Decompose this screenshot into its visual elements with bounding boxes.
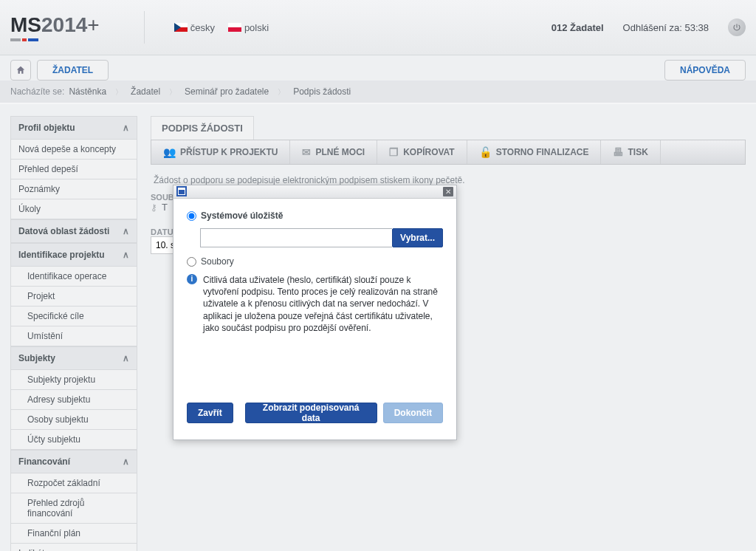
breadcrumb[interactable]: Seminář pro žadatele xyxy=(185,86,289,97)
help-button[interactable]: NÁPOVĚDA xyxy=(664,60,746,81)
signature-dialog: ✕ Systémové úložiště Vybrat... Soubory i… xyxy=(173,185,457,440)
sidebar-item[interactable]: Poznámky xyxy=(10,179,137,199)
breadcrumb[interactable]: Žadatel xyxy=(131,86,180,97)
radio-files-input[interactable] xyxy=(187,257,196,267)
tool-tisk[interactable]: 🖶TISK xyxy=(601,140,660,164)
dialog-finish-btn[interactable]: Dokončit xyxy=(383,403,443,423)
dialog-titlebar: ✕ xyxy=(173,185,456,199)
flag-pl-icon xyxy=(228,23,241,32)
sidebar-item[interactable]: Finanční plán xyxy=(10,524,137,544)
sidebar-item[interactable]: Adresy subjektu xyxy=(10,390,137,410)
chevron-up-icon: ∧ xyxy=(123,353,129,363)
chevron-up-icon: ∧ xyxy=(123,250,129,260)
sidebar-group-profil[interactable]: Profil objektu∧ xyxy=(10,116,137,140)
window-icon xyxy=(176,186,187,196)
sidebar-item[interactable]: Účty subjektu xyxy=(10,430,137,450)
tool-kopirovat[interactable]: ❐KOPÍROVAT xyxy=(377,140,467,164)
home-icon xyxy=(16,65,26,75)
lang-pl-label: polski xyxy=(244,22,269,33)
logout-timer: Odhlášení za: 53:38 xyxy=(623,22,709,33)
sidebar-item[interactable]: Přehled depeší xyxy=(10,160,137,179)
tool-storno[interactable]: 🔓STORNO FINALIZACE xyxy=(467,140,602,164)
certificate-path-input[interactable] xyxy=(200,228,392,247)
dialog-info-text: Citlivá data uživatele (heslo, certifiká… xyxy=(203,274,443,334)
sidebar-item[interactable]: Osoby subjektu xyxy=(10,410,137,430)
sidebar-item[interactable]: Přehled zdrojů financování xyxy=(10,493,137,524)
people-icon: 👥 xyxy=(163,146,176,158)
copy-icon: ❐ xyxy=(389,146,399,158)
sidebar-item[interactable]: Identifikace operace xyxy=(10,267,137,287)
sidebar-group-datova[interactable]: Datová oblast žádosti∧ xyxy=(10,219,137,243)
radio-files[interactable]: Soubory xyxy=(187,256,443,267)
radio-system-storage-input[interactable] xyxy=(187,211,196,221)
sidebar-item[interactable]: Rozpočet základní xyxy=(10,473,137,493)
home-button[interactable] xyxy=(10,60,31,81)
power-icon xyxy=(732,23,741,32)
sidebar-item[interactable]: Nová depeše a koncepty xyxy=(10,140,137,160)
lang-cz-label: česky xyxy=(190,22,215,33)
dialog-close-btn[interactable]: Zavřít xyxy=(187,403,233,423)
choose-button[interactable]: Vybrat... xyxy=(392,228,443,247)
chevron-up-icon: ∧ xyxy=(123,456,129,467)
tool-pristup[interactable]: 👥PŘÍSTUP K PROJEKTU xyxy=(151,140,290,164)
flag-cz-icon xyxy=(174,23,188,32)
lang-czech[interactable]: česky xyxy=(174,22,215,33)
print-icon: 🖶 xyxy=(613,146,623,158)
user-name: 012 Žadatel xyxy=(551,22,604,33)
lock-icon: 🔓 xyxy=(479,146,492,158)
sidebar: Profil objektu∧ Nová depeše a koncepty P… xyxy=(10,116,137,551)
sidebar-item[interactable]: Indikátory xyxy=(10,544,137,551)
sidebar-item[interactable]: Subjekty projektu xyxy=(10,370,137,390)
tool-plnemoci[interactable]: ✉PLNÉ MOCI xyxy=(290,140,377,164)
chevron-up-icon: ∧ xyxy=(123,123,129,133)
sidebar-item[interactable]: Projekt xyxy=(10,287,137,307)
sidebar-item[interactable]: Úkoly xyxy=(10,199,137,219)
sidebar-group-subjekty[interactable]: Subjekty∧ xyxy=(10,346,137,370)
sidebar-group-identifikace[interactable]: Identifikace projektu∧ xyxy=(10,243,137,267)
toolbar: 👥PŘÍSTUP K PROJEKTU ✉PLNÉ MOCI ❐KOPÍROVA… xyxy=(151,140,746,165)
chevron-up-icon: ∧ xyxy=(123,226,129,236)
dialog-close-button[interactable]: ✕ xyxy=(443,187,453,196)
sidebar-item[interactable]: Umístění xyxy=(10,326,137,346)
radio-system-storage[interactable]: Systémové úložiště xyxy=(187,211,443,221)
envelope-icon: ✉ xyxy=(302,146,311,158)
sidebar-item[interactable]: Specifické cíle xyxy=(10,307,137,326)
key-icon: ⚷ xyxy=(151,202,157,213)
radio-label: Soubory xyxy=(201,256,234,267)
soubor-value: T xyxy=(162,202,168,213)
breadcrumb-label: Nacházíte se: xyxy=(10,86,64,97)
sidebar-group-financovani[interactable]: Financování∧ xyxy=(10,450,137,473)
lang-polish[interactable]: polski xyxy=(228,22,269,33)
app-logo: MS2014+ xyxy=(10,13,100,37)
info-icon: i xyxy=(187,274,197,284)
dialog-show-data-btn[interactable]: Zobrazit podepisovaná data xyxy=(245,403,377,423)
breadcrumb[interactable]: Nástěnka xyxy=(69,86,126,97)
page-title: PODPIS ŽÁDOSTI xyxy=(151,116,254,140)
zadatel-button[interactable]: ŽADATEL xyxy=(37,60,109,81)
power-button[interactable] xyxy=(728,18,746,36)
radio-label: Systémové úložiště xyxy=(201,211,283,221)
breadcrumb[interactable]: Podpis žádosti xyxy=(293,86,351,97)
